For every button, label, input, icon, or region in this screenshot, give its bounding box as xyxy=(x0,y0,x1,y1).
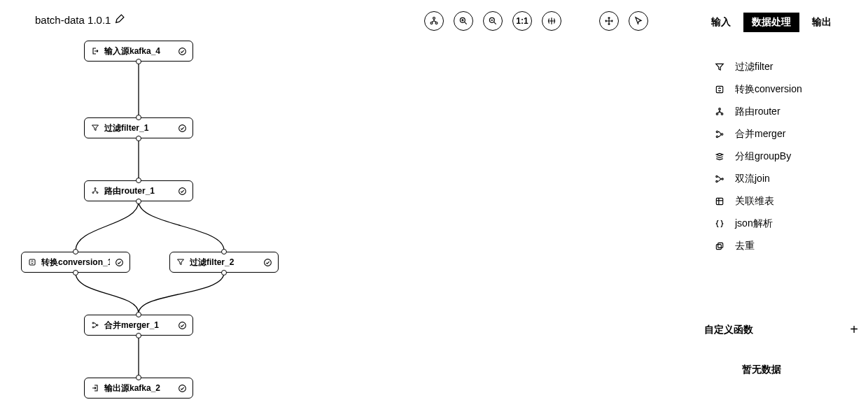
check-icon xyxy=(114,257,124,267)
svg-point-10 xyxy=(716,136,718,138)
flow-canvas[interactable]: 输入源kafka_4 过滤filter_1 路由router_1 转换conve… xyxy=(14,34,308,411)
node-port-in[interactable] xyxy=(73,249,78,254)
svg-point-28 xyxy=(92,327,94,328)
palette-item-router[interactable]: 路由router xyxy=(711,101,851,123)
node-label: 过滤filter_1 xyxy=(104,122,173,134)
svg-point-27 xyxy=(92,322,94,324)
palette-item-conversion[interactable]: 转换conversion xyxy=(711,78,851,101)
zoom-in-button[interactable] xyxy=(454,11,473,31)
custom-function-empty: 暂无数据 xyxy=(742,364,781,376)
node-port-out[interactable] xyxy=(136,59,141,64)
input-icon xyxy=(90,47,100,55)
router-icon xyxy=(714,107,725,117)
tab-output[interactable]: 输出 xyxy=(804,13,840,32)
filter-icon xyxy=(90,124,100,132)
node-label: 转换conversion_1 xyxy=(41,257,110,268)
svg-point-31 xyxy=(178,385,186,392)
fit-screen-button[interactable] xyxy=(542,11,561,31)
merger-icon xyxy=(90,321,100,329)
palette-item-label: json解析 xyxy=(735,217,773,230)
node-filter-1[interactable]: 过滤filter_1 xyxy=(84,117,193,138)
palette-item-label: 过滤filter xyxy=(735,61,773,73)
custom-function-section: 自定义函数 + xyxy=(704,322,858,338)
check-icon xyxy=(177,46,187,56)
svg-point-26 xyxy=(264,259,271,266)
tree-layout-button[interactable] xyxy=(424,11,444,31)
svg-point-1 xyxy=(430,22,433,24)
check-icon xyxy=(177,383,187,393)
palette-item-label: 双流join xyxy=(735,173,770,185)
palette-item-filter[interactable]: 过滤filter xyxy=(711,56,851,78)
svg-rect-24 xyxy=(29,259,35,265)
node-label: 输出源kafka_2 xyxy=(104,382,173,394)
palette-item-join[interactable]: 双流join xyxy=(711,168,851,190)
node-label: 过滤filter_2 xyxy=(190,257,258,268)
svg-point-30 xyxy=(178,322,186,329)
node-kafka-input[interactable]: 输入源kafka_4 xyxy=(84,41,193,62)
node-port-in[interactable] xyxy=(136,312,141,317)
svg-point-13 xyxy=(716,180,718,182)
check-icon xyxy=(177,123,187,133)
palette-item-dedup[interactable]: 去重 xyxy=(711,235,851,257)
palette-item-label: 转换conversion xyxy=(735,83,802,96)
conversion-icon xyxy=(714,85,725,94)
node-port-in[interactable] xyxy=(136,178,141,183)
filter-icon xyxy=(176,258,186,266)
svg-point-20 xyxy=(94,188,96,189)
svg-point-21 xyxy=(92,192,94,194)
tab-processing[interactable]: 数据处理 xyxy=(743,13,799,32)
palette-item-label: 合并merger xyxy=(735,128,785,141)
svg-point-14 xyxy=(722,178,723,180)
dedup-icon xyxy=(714,241,725,251)
zoom-reset-button[interactable]: 1:1 xyxy=(512,11,532,31)
node-filter-2[interactable]: 过滤filter_2 xyxy=(169,252,279,273)
json-icon xyxy=(714,219,725,229)
zoom-out-button[interactable] xyxy=(483,11,503,31)
node-merger-1[interactable]: 合并merger_1 xyxy=(84,315,193,336)
palette-item-dim-table[interactable]: 关联维表 xyxy=(711,190,851,213)
node-port-out[interactable] xyxy=(136,136,141,141)
palette-item-label: 路由router xyxy=(735,106,780,118)
svg-point-6 xyxy=(719,108,721,110)
node-port-out[interactable] xyxy=(136,199,141,204)
pan-button[interactable] xyxy=(599,11,619,31)
groupby-icon xyxy=(714,152,725,162)
sidebar-tabs: 输入 数据处理 输出 xyxy=(703,13,840,32)
palette-item-label: 去重 xyxy=(735,240,755,252)
palette-item-json[interactable]: json解析 xyxy=(711,213,851,235)
node-port-in[interactable] xyxy=(136,115,141,120)
node-port-out[interactable] xyxy=(73,270,78,275)
page-title: batch-data 1.0.1 xyxy=(35,14,111,26)
conversion-icon xyxy=(27,258,37,266)
svg-point-12 xyxy=(716,175,718,177)
node-port-out[interactable] xyxy=(221,270,227,275)
palette-item-label: 分组groupBy xyxy=(735,150,791,163)
node-port-in[interactable] xyxy=(221,249,227,254)
palette-item-groupby[interactable]: 分组groupBy xyxy=(711,145,851,168)
tab-input[interactable]: 输入 xyxy=(703,13,739,32)
svg-point-19 xyxy=(178,124,186,131)
merger-icon xyxy=(714,129,725,139)
select-button[interactable] xyxy=(629,11,648,31)
check-icon xyxy=(262,257,272,267)
palette-item-label: 关联维表 xyxy=(735,195,774,208)
node-label: 输入源kafka_4 xyxy=(104,45,173,57)
operator-palette: 过滤filter 转换conversion 路由router 合并merger … xyxy=(711,56,851,257)
svg-rect-15 xyxy=(716,198,722,204)
node-port-in[interactable] xyxy=(136,375,141,380)
palette-item-merger[interactable]: 合并merger xyxy=(711,123,851,145)
node-conversion-1[interactable]: 转换conversion_1 xyxy=(21,252,130,273)
svg-rect-17 xyxy=(718,243,723,248)
node-kafka-output[interactable]: 输出源kafka_2 xyxy=(84,378,193,399)
check-icon xyxy=(177,186,187,196)
custom-function-title: 自定义函数 xyxy=(704,324,753,336)
svg-point-0 xyxy=(433,17,435,19)
edit-title-icon[interactable] xyxy=(115,14,125,26)
svg-point-23 xyxy=(178,187,186,194)
output-icon xyxy=(90,384,100,392)
svg-point-22 xyxy=(97,192,98,194)
add-custom-function-button[interactable]: + xyxy=(850,322,858,338)
node-label: 合并merger_1 xyxy=(104,320,173,331)
node-router-1[interactable]: 路由router_1 xyxy=(84,180,193,201)
node-port-out[interactable] xyxy=(136,333,141,338)
